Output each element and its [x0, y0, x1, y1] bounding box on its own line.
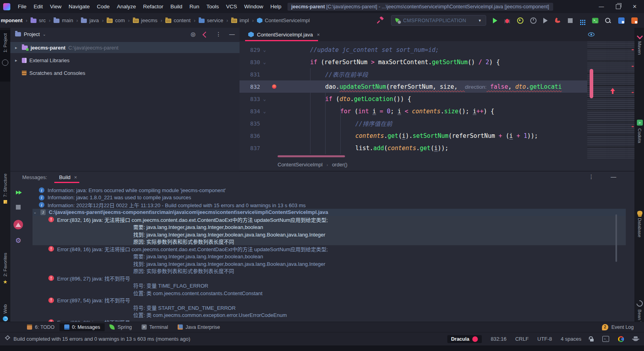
stop-icon[interactable]: [568, 18, 573, 23]
sidebar-item-structure[interactable]: 7: Structure: [0, 174, 10, 204]
horizontal-scrollbar[interactable]: [278, 155, 345, 157]
menu-item-code[interactable]: Code: [93, 2, 113, 11]
more-options-icon[interactable]: ⋮: [588, 174, 594, 180]
terminal-run-icon[interactable]: >_: [592, 18, 598, 23]
breadcrumb-item-mponent[interactable]: mponent: [0, 17, 23, 24]
toolwindow-tab-terminal[interactable]: >Terminal: [137, 323, 173, 331]
build-tab[interactable]: Build ×: [59, 174, 77, 180]
toolwindow-tab-java-enterprise[interactable]: Java Enterprise: [173, 323, 225, 331]
run-icon[interactable]: [493, 18, 497, 23]
sidebar-item-favorites[interactable]: 2: Favorites ★: [0, 253, 10, 284]
menu-item-vcs[interactable]: VCS: [222, 2, 241, 11]
fold-marker-icon[interactable]: ⌄: [260, 47, 269, 53]
menu-item-navigate[interactable]: Navigate: [65, 2, 93, 11]
toolwindow-tab-spring[interactable]: Spring: [105, 323, 136, 331]
restore-icon[interactable]: [616, 4, 621, 9]
menu-item-window[interactable]: Window: [241, 2, 267, 11]
more-options-icon[interactable]: ⋮: [216, 31, 221, 37]
breadcrumb-item-impl[interactable]: impl: [230, 17, 250, 24]
editor-tab[interactable]: ContentServiceImpl.java ×: [245, 28, 323, 41]
plugin-orange-icon[interactable]: [631, 17, 638, 24]
run-disabled-icon[interactable]: [543, 18, 548, 23]
sidebar-item-project[interactable]: 1: Project: [0, 33, 10, 66]
breadcrumb-item-src[interactable]: src: [30, 17, 46, 24]
tree-row-jeecms-parent[interactable]: ▸jeecms-parentC:\java\jeecms-parent: [10, 42, 240, 53]
sidebar-item-codota[interactable]: >Codota: [635, 120, 644, 143]
minimap-scrollbar-thumb[interactable]: [590, 69, 593, 98]
build-output-row-error[interactable]: !Error:(849, 16) java: 无法将接口 com.jeecms.…: [33, 245, 626, 253]
build-output-row-detail[interactable]: 找到: java.lang.Integer,java.lang.Integer,…: [33, 231, 626, 238]
chevron-down-icon[interactable]: ⌄: [42, 32, 46, 36]
hide-panel-icon[interactable]: —: [611, 174, 616, 180]
theme-widget[interactable]: Dracula: [447, 335, 482, 343]
build-output-row-detail[interactable]: 位置: 类 com.jeecms.content.constants.Conte…: [33, 289, 626, 297]
code-line-836[interactable]: 836contents.get(i).setSortNum(referSortN…: [240, 130, 587, 142]
sidebar-item-web[interactable]: Web: [0, 304, 10, 321]
breadcrumb-item-contentserviceimpl[interactable]: ContentServiceImpl: [256, 17, 310, 24]
code-line-831[interactable]: 831//表示在前半段: [240, 68, 587, 80]
code-editor[interactable]: 829⌄//update jc_content set sort_num=id;…: [240, 41, 587, 158]
close-tab-icon[interactable]: ×: [74, 174, 77, 180]
console-icon[interactable]: >_: [602, 336, 609, 342]
reader-mode-eye-icon[interactable]: [588, 30, 595, 39]
indent-setting[interactable]: 4 spaces: [561, 336, 581, 342]
stop-build-icon[interactable]: [16, 205, 21, 210]
close-icon[interactable]: ✕: [632, 4, 637, 10]
event-log-button[interactable]: 2Event Log: [602, 324, 644, 330]
code-line-830[interactable]: 830⌄if (referSortNum > maxSortContent.ge…: [240, 56, 587, 68]
build-output-row-error[interactable]: !Error:(897, 54) java: 找不到符号: [33, 297, 626, 304]
lock-icon[interactable]: [590, 339, 594, 341]
menu-item-help[interactable]: Help: [267, 2, 285, 11]
code-line-837[interactable]: 837list.add(contents.get(i));: [240, 142, 587, 154]
build-output-row-detail[interactable]: 符号: 变量 TIME_FLAG_ERROR: [33, 282, 626, 290]
error-bulb-icon[interactable]: [272, 84, 276, 89]
fold-marker-icon[interactable]: ⌄: [260, 59, 269, 65]
toolwindow-tab--messages[interactable]: 0: Messages: [59, 323, 105, 331]
services-grid-icon[interactable]: [580, 20, 582, 21]
breadcrumb-item-com[interactable]: com: [106, 17, 126, 24]
expand-caret-icon[interactable]: ▸: [15, 58, 19, 63]
attach-debugger-phone-icon[interactable]: [554, 17, 561, 24]
build-output-row-error[interactable]: !Error:(896, 27) java: 找不到符号: [33, 275, 626, 282]
run-configuration-select[interactable]: CMSFRONTAPPLICATION ▼: [391, 15, 486, 26]
locate-file-icon[interactable]: ◎: [191, 31, 196, 37]
build-output-row-detail[interactable]: 需要: java.lang.Integer,java.lang.Integer,…: [33, 223, 626, 231]
menu-item-analyze[interactable]: Analyze: [113, 2, 140, 11]
breadcrumb-item-content[interactable]: content: [165, 17, 192, 24]
file-encoding[interactable]: UTF-8: [537, 336, 552, 342]
menu-item-edit[interactable]: Edit: [30, 2, 46, 11]
minimize-icon[interactable]: —: [599, 4, 604, 10]
toolwindow-tab--todo[interactable]: 6: TODO: [22, 323, 59, 331]
code-line-834[interactable]: 834⌄for (int i = 0; i < contents.size();…: [240, 105, 587, 117]
tree-row-external-libraries[interactable]: ▸External Libraries: [10, 55, 240, 66]
collapse-panel-icon[interactable]: [203, 31, 209, 38]
menu-item-tools[interactable]: Tools: [203, 2, 223, 11]
breadcrumb-item-java[interactable]: java: [80, 17, 100, 24]
build-hammer-icon[interactable]: [377, 17, 384, 24]
menu-item-run[interactable]: Run: [186, 2, 203, 11]
messages-scrollbar[interactable]: [615, 214, 617, 262]
fold-marker-icon[interactable]: ⌄: [260, 96, 269, 102]
build-output-row-detail[interactable]: 位置: 类 com.jeecms.common.exception.error.…: [33, 311, 626, 319]
breadcrumb-item-main[interactable]: main: [53, 17, 74, 24]
search-everywhere-icon[interactable]: [605, 18, 610, 23]
collapse-caret-icon[interactable]: ⌄: [33, 210, 37, 214]
build-output-row-file[interactable]: ⌄JC:\java\jeecms-parent\jeecms-component…: [33, 209, 626, 216]
run-with-coverage-icon[interactable]: [517, 17, 523, 24]
caret-position[interactable]: 832:16: [491, 336, 506, 342]
rerun-build-icon[interactable]: [16, 191, 19, 195]
menu-item-file[interactable]: File: [14, 2, 30, 11]
code-line-833[interactable]: 833⌄if (dto.getLocation()) {: [240, 93, 587, 105]
build-output-row-detail[interactable]: 符号: 变量 START_OR_END_TIME_ERROR: [33, 304, 626, 311]
debug-icon[interactable]: [504, 17, 510, 24]
build-output-row-detail[interactable]: 原因: 实际参数列表和形式参数列表长度不同: [33, 267, 626, 275]
tree-row-scratches-and-consoles[interactable]: Scratches and Consoles: [10, 67, 240, 78]
code-line-829[interactable]: 829⌄//update jc_content set sort_num=id;: [240, 44, 587, 56]
google-icon[interactable]: [618, 336, 624, 342]
hide-panel-icon[interactable]: —: [229, 31, 235, 37]
breadcrumb-class[interactable]: ContentServiceImpl: [278, 162, 322, 168]
build-output-row-detail[interactable]: 找到: java.lang.Integer,java.lang.Integer,…: [33, 260, 626, 267]
breadcrumb-method[interactable]: order(): [332, 162, 347, 168]
incognito-icon[interactable]: [633, 339, 638, 341]
menu-item-refactor[interactable]: Refactor: [140, 2, 167, 11]
